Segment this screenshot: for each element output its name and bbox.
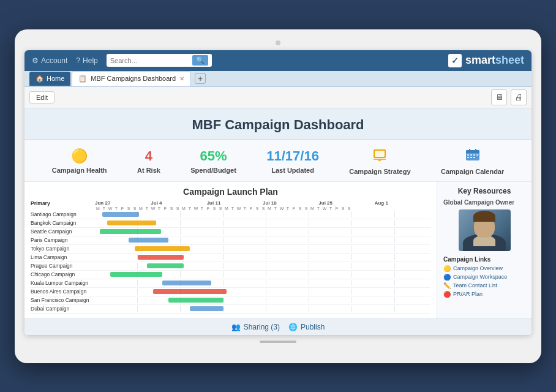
last-updated-label: Last Updated <box>271 167 314 174</box>
bottom-bar: 👥 Sharing (3) 🌐 Publish <box>24 318 532 335</box>
tab-add-button[interactable]: + <box>195 73 206 84</box>
svg-rect-12 <box>473 154 475 156</box>
search-button[interactable]: 🔍 <box>192 55 208 66</box>
gantt-bar <box>162 281 211 285</box>
list-item: Kuala Lumpur Campaign <box>31 280 95 286</box>
sheet-icon: 📋 <box>78 75 87 83</box>
link-campaign-workspace[interactable]: 🔵 Campaign Workspace <box>443 274 525 281</box>
link-label-workspace: Campaign Workspace <box>453 274 507 280</box>
week-jul25: Jul 25 <box>318 200 374 206</box>
metric-spend-budget: 65% Spend/Budget <box>190 148 236 174</box>
table-row: Dubai Campaign <box>31 305 430 314</box>
gantt-dates: Jun 27 Jul 4 Jul 11 Jul 18 Jul 25 Aug 1 … <box>95 200 430 211</box>
table-row: Chicago Campaign <box>31 271 430 279</box>
link-icon-contact: ✏️ <box>443 282 451 289</box>
link-pr-ar-plan[interactable]: 🔴 PR/AR Plan <box>443 291 525 298</box>
edit-button[interactable]: Edit <box>29 91 54 104</box>
campaign-links-title: Campaign Links <box>443 256 525 263</box>
campaign-strategy-icon <box>372 148 387 165</box>
svg-rect-1 <box>375 151 385 157</box>
campaign-strategy-label: Campaign Strategy <box>349 168 410 175</box>
right-panel: Key Resources Global Campaign Owner Camp… <box>437 182 532 318</box>
gantt-bar-container <box>95 246 430 252</box>
day-headers: MTWTFSS MTWTFSS MTWTFSS MTWTFSS MTWTFSS … <box>95 206 430 211</box>
link-icon-overview: 🟡 <box>443 265 451 272</box>
gantt-bar <box>138 255 184 260</box>
nav-left: ⚙ Account ? Help 🔍 <box>32 54 212 67</box>
device-frame: ⚙ Account ? Help 🔍 ✓ smartsheet 🏠 <box>15 29 541 363</box>
gantt-bar-container <box>95 220 430 226</box>
tab-home[interactable]: 🏠 Home <box>29 72 70 86</box>
week-jun27: Jun 27 <box>95 200 151 206</box>
campaign-calendar-icon <box>465 148 480 165</box>
gantt-bar-container <box>95 280 430 286</box>
week-aug1: Aug 1 <box>375 200 430 206</box>
list-item: Prague Campaign <box>31 263 95 269</box>
link-icon-pr: 🔴 <box>443 291 451 298</box>
avatar <box>459 209 511 251</box>
gantt-bar-container <box>95 228 430 235</box>
list-item: Dubai Campaign <box>31 306 95 312</box>
list-item: Tokyo Campaign <box>31 246 95 252</box>
plus-icon: + <box>198 74 203 83</box>
smartsheet-logo: ✓ smartsheet <box>448 54 524 67</box>
account-menu[interactable]: ⚙ Account <box>32 56 67 65</box>
list-item: Seattle Campaign <box>31 228 95 235</box>
dashboard-title: MBF Campaign Dashboard <box>24 108 532 140</box>
metric-last-updated: 11/17/16 Last Updated <box>266 148 319 174</box>
week-jul4: Jul 4 <box>151 200 206 206</box>
top-nav: ⚙ Account ? Help 🔍 ✓ smartsheet <box>24 50 532 71</box>
active-tab-label: MBF Campaigns Dashboard <box>91 75 176 82</box>
svg-rect-7 <box>466 152 479 153</box>
help-menu[interactable]: ? Help <box>76 56 97 65</box>
publish-label: Publish <box>301 323 325 331</box>
week-headers: Jun 27 Jul 4 Jul 11 Jul 18 Jul 25 Aug 1 <box>95 200 430 206</box>
campaign-calendar-label: Campaign Calendar <box>441 168 504 175</box>
gear-icon: ⚙ <box>32 56 39 65</box>
monitor-icon-button[interactable]: 🖥 <box>491 89 507 105</box>
gantt-bar <box>107 221 156 225</box>
week-jul11: Jul 11 <box>207 200 263 206</box>
link-team-contact[interactable]: ✏️ Team Contact List <box>443 282 525 289</box>
home-icon: 🏠 <box>36 75 44 83</box>
gantt-bar <box>147 263 184 268</box>
search-input[interactable] <box>110 57 190 64</box>
tab-bar: 🏠 Home 📋 MBF Campaigns Dashboard ✕ + <box>24 71 532 87</box>
campaign-health-icon: 🟡 <box>71 148 88 164</box>
tab-active[interactable]: 📋 MBF Campaigns Dashboard ✕ <box>72 71 191 86</box>
metric-campaign-strategy: Campaign Strategy <box>349 148 410 175</box>
gantt-bar-container <box>95 306 430 312</box>
sharing-button[interactable]: 👥 Sharing (3) <box>231 323 280 331</box>
sharing-icon: 👥 <box>231 323 241 331</box>
tab-close-button[interactable]: ✕ <box>179 75 184 82</box>
table-row: Kuala Lumpur Campaign <box>31 279 430 288</box>
link-label-contact: Team Contact List <box>453 282 497 288</box>
table-row: Seattle Campaign <box>31 228 430 236</box>
search-box: 🔍 <box>107 54 212 67</box>
metric-campaign-calendar: Campaign Calendar <box>441 148 504 175</box>
gantt-bar-container <box>95 271 430 277</box>
toolbar-left: Edit <box>29 91 54 104</box>
browser-window: ⚙ Account ? Help 🔍 ✓ smartsheet 🏠 <box>24 50 532 335</box>
link-campaign-overview[interactable]: 🟡 Campaign Overview <box>443 265 525 272</box>
table-row: Santiago Campaign <box>31 211 430 219</box>
gantt-bar <box>100 229 161 234</box>
table-row: Bangkok Campaign <box>31 219 430 228</box>
gantt-bar <box>135 246 190 251</box>
publish-button[interactable]: 🌐 Publish <box>288 323 325 331</box>
device-bottom <box>24 339 532 345</box>
account-label: Account <box>41 56 67 65</box>
dashboard: MBF Campaign Dashboard 🟡 Campaign Health… <box>24 108 532 335</box>
gantt-bar-container <box>95 211 430 217</box>
gantt-bar <box>129 238 168 243</box>
print-icon-button[interactable]: 🖨 <box>511 89 527 105</box>
link-label-overview: Campaign Overview <box>453 265 503 271</box>
logo-sheet-text: sheet <box>495 54 524 66</box>
gantt-bar <box>102 212 139 217</box>
help-label: Help <box>83 56 98 65</box>
table-row: Buenos Aires Campaign <box>31 288 430 296</box>
device-bottom-bar <box>260 341 296 343</box>
svg-rect-10 <box>467 154 469 156</box>
gantt-header: Primary Jun 27 Jul 4 Jul 11 Jul 18 Jul 2… <box>31 200 430 211</box>
at-risk-label: At Risk <box>137 167 160 174</box>
